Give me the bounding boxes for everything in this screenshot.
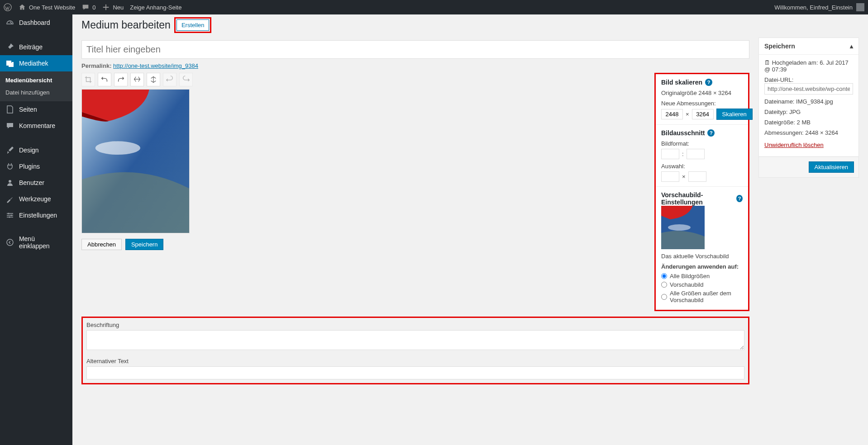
help-icon[interactable]: ? — [736, 195, 743, 202]
wp-logo[interactable] — [4, 3, 12, 11]
rotate-right-button[interactable] — [114, 73, 128, 86]
help-icon[interactable]: ? — [707, 129, 715, 137]
ratio-w-input[interactable] — [661, 149, 679, 159]
media-submenu: Medienübersicht Datei hinzufügen — [0, 71, 72, 101]
sel-w-input[interactable] — [661, 171, 679, 182]
pin-icon — [5, 43, 14, 52]
submenu-media-add[interactable]: Datei hinzufügen — [0, 86, 72, 99]
alt-text-input[interactable] — [86, 366, 744, 379]
svg-point-2 — [8, 213, 10, 214]
submenu-media-overview[interactable]: Medienübersicht — [0, 74, 72, 86]
comment-count: 0 — [92, 4, 95, 11]
radio-thumbnail[interactable]: Vorschaubild — [661, 281, 743, 288]
menu-comments[interactable]: Kommentare — [0, 118, 72, 134]
cancel-button[interactable]: Abbrechen — [81, 239, 122, 250]
comment-icon — [81, 3, 90, 11]
save-metabox: Speichern ▴ 🗓 Hochgeladen am: 6. Jul 201… — [758, 38, 859, 178]
menu-posts[interactable]: Beiträge — [0, 39, 72, 55]
caption-label: Beschriftung — [86, 322, 744, 328]
scale-height-input[interactable] — [692, 109, 714, 119]
page-heading: Medium bearbeiten — [81, 19, 171, 31]
menu-media[interactable]: Mediathek — [0, 55, 72, 71]
admin-bar: One Test Website 0 Neu Zeige Anhang-Seit… — [0, 0, 868, 14]
sliders-icon — [5, 211, 14, 220]
dashboard-icon — [5, 18, 14, 27]
redo-icon — [182, 76, 190, 84]
crop-button[interactable] — [81, 73, 95, 86]
undo-icon — [166, 76, 174, 84]
selection-label: Auswahl: — [661, 163, 743, 170]
image-settings-panel: Bild skalieren? Originalgröße 2448 × 326… — [654, 73, 749, 311]
dimensions-row: Abmessungen: 2448 × 3264 — [764, 129, 853, 136]
image-edit-toolbar — [81, 73, 649, 86]
radio-all-sizes[interactable]: Alle Bildgrößen — [661, 273, 743, 279]
flip-h-icon — [149, 76, 157, 84]
menu-plugins[interactable]: Plugins — [0, 158, 72, 175]
scale-button[interactable]: Skalieren — [716, 109, 753, 120]
site-link[interactable]: One Test Website — [18, 3, 75, 11]
plus-icon — [102, 3, 110, 11]
create-button[interactable]: Erstellen — [176, 19, 210, 31]
flip-horizontal-button[interactable] — [147, 73, 160, 86]
menu-users[interactable]: Benutzer — [0, 175, 72, 191]
thumb-settings-heading: Vorschaubild-Einstellungen? — [661, 191, 743, 206]
plug-icon — [5, 162, 14, 171]
delete-permanently-link[interactable]: Unwiderruflich löschen — [764, 142, 824, 148]
collapse-icon — [5, 238, 14, 247]
view-attachment-link[interactable]: Zeige Anhang-Seite — [130, 4, 181, 11]
filesize-row: Dateigröße: 2 MB — [764, 119, 853, 126]
title-input[interactable] — [81, 40, 749, 59]
rotate-left-button[interactable] — [98, 73, 111, 86]
scale-heading: Bild skalieren? — [661, 79, 743, 86]
caption-textarea[interactable] — [86, 330, 744, 350]
user-avatar[interactable] — [856, 3, 864, 11]
redo-button[interactable] — [179, 73, 193, 86]
save-metabox-header[interactable]: Speichern ▴ — [759, 38, 858, 55]
menu-pages[interactable]: Seiten — [0, 101, 72, 118]
comments-link[interactable]: 0 — [81, 3, 95, 11]
admin-sidebar: Dashboard Beiträge Mediathek Medienübers… — [0, 14, 72, 445]
radio-except-thumb[interactable]: Alle Größen außer dem Vorschaubild — [661, 290, 743, 303]
brush-icon — [5, 146, 14, 155]
menu-collapse[interactable]: Menü einklappen — [0, 232, 72, 253]
new-link[interactable]: Neu — [102, 3, 124, 11]
user-icon — [5, 178, 14, 187]
ratio-h-input[interactable] — [687, 149, 705, 159]
save-image-button[interactable]: Speichern — [125, 239, 164, 250]
menu-tools[interactable]: Werkzeuge — [0, 191, 72, 207]
toggle-icon[interactable]: ▴ — [850, 43, 853, 50]
menu-settings[interactable]: Einstellungen — [0, 207, 72, 223]
svg-point-4 — [9, 217, 10, 218]
permalink-url[interactable]: http://one-test.website/img_9384 — [113, 62, 198, 69]
current-thumb-label: Das aktuelle Vorschaubild — [661, 253, 743, 260]
media-icon — [5, 59, 14, 68]
uploaded-date: 🗓 Hochgeladen am: 6. Jul 2017 @ 07:39 — [764, 59, 853, 73]
filename-row: Dateiname: IMG_9384.jpg — [764, 98, 853, 105]
new-label: Neu — [113, 4, 124, 11]
svg-point-9 — [668, 224, 691, 231]
file-url-input[interactable] — [764, 83, 853, 95]
menu-dashboard[interactable]: Dashboard — [0, 14, 72, 31]
welcome-text[interactable]: Willkommen, Einfred_Einstein — [774, 4, 853, 11]
svg-point-0 — [4, 4, 11, 11]
flip-vertical-button[interactable] — [130, 73, 144, 86]
image-preview[interactable] — [81, 89, 190, 233]
undo-button[interactable] — [163, 73, 176, 86]
flip-v-icon — [133, 76, 141, 84]
new-dims-label: Neue Abmessungen: — [661, 100, 743, 107]
crop-heading: Bildausschnitt? — [661, 129, 743, 137]
thumbnail-preview — [661, 206, 705, 249]
update-button[interactable]: Aktualisieren — [809, 161, 854, 173]
format-label: Bildformat: — [661, 140, 743, 147]
site-name: One Test Website — [29, 4, 75, 11]
rotate-left-icon — [100, 76, 109, 84]
comment-icon — [5, 121, 14, 130]
alt-text-label: Alternativer Text — [86, 358, 744, 365]
menu-design[interactable]: Design — [0, 142, 72, 158]
sel-h-input[interactable] — [688, 171, 706, 182]
permalink-label: Permalink: — [81, 62, 111, 69]
help-icon[interactable]: ? — [705, 79, 712, 86]
permalink-row: Permalink: http://one-test.website/img_9… — [81, 59, 749, 73]
scale-width-input[interactable] — [661, 109, 683, 119]
svg-point-5 — [7, 239, 13, 246]
